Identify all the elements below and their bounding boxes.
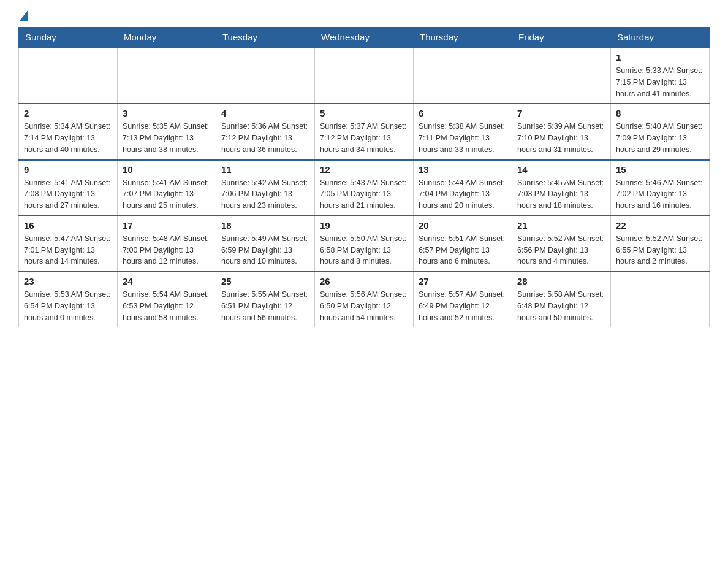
calendar-header-monday: Monday (118, 27, 216, 48)
day-info: Sunrise: 5:39 AM Sunset: 7:10 PM Dayligh… (517, 121, 605, 155)
day-info: Sunrise: 5:48 AM Sunset: 7:00 PM Dayligh… (123, 233, 211, 267)
calendar-week-row: 16Sunrise: 5:47 AM Sunset: 7:01 PM Dayli… (19, 216, 710, 272)
day-number: 17 (123, 220, 211, 231)
day-info: Sunrise: 5:56 AM Sunset: 6:50 PM Dayligh… (320, 289, 408, 323)
day-number: 15 (616, 164, 704, 175)
day-info: Sunrise: 5:38 AM Sunset: 7:11 PM Dayligh… (419, 121, 507, 155)
day-info: Sunrise: 5:52 AM Sunset: 6:56 PM Dayligh… (517, 233, 605, 267)
day-number: 14 (517, 164, 605, 175)
day-info: Sunrise: 5:58 AM Sunset: 6:48 PM Dayligh… (517, 289, 605, 323)
calendar-header-thursday: Thursday (414, 27, 512, 48)
day-info: Sunrise: 5:44 AM Sunset: 7:04 PM Dayligh… (419, 177, 507, 212)
day-info: Sunrise: 5:54 AM Sunset: 6:53 PM Dayligh… (123, 289, 211, 323)
day-number: 12 (320, 164, 408, 175)
day-info: Sunrise: 5:50 AM Sunset: 6:58 PM Dayligh… (320, 233, 408, 267)
day-number: 2 (24, 108, 112, 118)
day-info: Sunrise: 5:47 AM Sunset: 7:01 PM Dayligh… (24, 233, 112, 267)
calendar-cell: 28Sunrise: 5:58 AM Sunset: 6:48 PM Dayli… (512, 272, 611, 327)
calendar-cell: 7Sunrise: 5:39 AM Sunset: 7:10 PM Daylig… (512, 104, 611, 159)
day-info: Sunrise: 5:52 AM Sunset: 6:55 PM Dayligh… (616, 233, 704, 267)
day-number: 23 (24, 276, 112, 286)
day-number: 11 (221, 164, 309, 175)
calendar-cell: 25Sunrise: 5:55 AM Sunset: 6:51 PM Dayli… (216, 272, 315, 327)
day-number: 20 (419, 220, 507, 231)
day-number: 26 (320, 276, 408, 286)
calendar-cell: 13Sunrise: 5:44 AM Sunset: 7:04 PM Dayli… (414, 160, 512, 216)
day-number: 10 (123, 164, 211, 175)
calendar-cell: 1Sunrise: 5:33 AM Sunset: 7:15 PM Daylig… (611, 48, 710, 104)
calendar-week-row: 1Sunrise: 5:33 AM Sunset: 7:15 PM Daylig… (19, 48, 710, 104)
calendar-cell (414, 48, 512, 104)
day-number: 7 (517, 108, 605, 118)
day-number: 19 (320, 220, 408, 231)
day-info: Sunrise: 5:41 AM Sunset: 7:07 PM Dayligh… (123, 177, 211, 212)
day-number: 27 (419, 276, 507, 286)
calendar-header-sunday: Sunday (19, 27, 118, 48)
day-info: Sunrise: 5:36 AM Sunset: 7:12 PM Dayligh… (221, 121, 309, 155)
day-number: 8 (616, 108, 704, 118)
calendar-cell: 9Sunrise: 5:41 AM Sunset: 7:08 PM Daylig… (19, 160, 118, 216)
calendar-cell (315, 48, 414, 104)
calendar-cell: 18Sunrise: 5:49 AM Sunset: 6:59 PM Dayli… (216, 216, 315, 272)
calendar-cell: 17Sunrise: 5:48 AM Sunset: 7:00 PM Dayli… (118, 216, 216, 272)
calendar-cell: 27Sunrise: 5:57 AM Sunset: 6:49 PM Dayli… (414, 272, 512, 327)
calendar-cell (216, 48, 315, 104)
calendar-header-tuesday: Tuesday (216, 27, 315, 48)
day-number: 16 (24, 220, 112, 231)
calendar-cell: 22Sunrise: 5:52 AM Sunset: 6:55 PM Dayli… (611, 216, 710, 272)
logo-triangle-icon (20, 10, 28, 21)
day-number: 28 (517, 276, 605, 286)
day-info: Sunrise: 5:51 AM Sunset: 6:57 PM Dayligh… (419, 233, 507, 267)
day-info: Sunrise: 5:37 AM Sunset: 7:12 PM Dayligh… (320, 121, 408, 155)
calendar-week-row: 2Sunrise: 5:34 AM Sunset: 7:14 PM Daylig… (19, 104, 710, 159)
logo (18, 12, 28, 21)
day-number: 5 (320, 108, 408, 118)
calendar-cell: 16Sunrise: 5:47 AM Sunset: 7:01 PM Dayli… (19, 216, 118, 272)
day-info: Sunrise: 5:57 AM Sunset: 6:49 PM Dayligh… (419, 289, 507, 323)
day-info: Sunrise: 5:49 AM Sunset: 6:59 PM Dayligh… (221, 233, 309, 267)
calendar-cell: 19Sunrise: 5:50 AM Sunset: 6:58 PM Dayli… (315, 216, 414, 272)
day-number: 3 (123, 108, 211, 118)
day-number: 22 (616, 220, 704, 231)
calendar-cell: 12Sunrise: 5:43 AM Sunset: 7:05 PM Dayli… (315, 160, 414, 216)
day-info: Sunrise: 5:41 AM Sunset: 7:08 PM Dayligh… (24, 177, 112, 212)
calendar-week-row: 9Sunrise: 5:41 AM Sunset: 7:08 PM Daylig… (19, 160, 710, 216)
calendar-cell (118, 48, 216, 104)
calendar-cell: 21Sunrise: 5:52 AM Sunset: 6:56 PM Dayli… (512, 216, 611, 272)
calendar-cell: 10Sunrise: 5:41 AM Sunset: 7:07 PM Dayli… (118, 160, 216, 216)
day-info: Sunrise: 5:42 AM Sunset: 7:06 PM Dayligh… (221, 177, 309, 212)
calendar-cell: 24Sunrise: 5:54 AM Sunset: 6:53 PM Dayli… (118, 272, 216, 327)
calendar-cell: 4Sunrise: 5:36 AM Sunset: 7:12 PM Daylig… (216, 104, 315, 159)
calendar-cell: 23Sunrise: 5:53 AM Sunset: 6:54 PM Dayli… (19, 272, 118, 327)
day-info: Sunrise: 5:43 AM Sunset: 7:05 PM Dayligh… (320, 177, 408, 212)
calendar-cell: 6Sunrise: 5:38 AM Sunset: 7:11 PM Daylig… (414, 104, 512, 159)
day-number: 25 (221, 276, 309, 286)
calendar-header-friday: Friday (512, 27, 611, 48)
day-info: Sunrise: 5:46 AM Sunset: 7:02 PM Dayligh… (616, 177, 704, 212)
calendar-cell: 2Sunrise: 5:34 AM Sunset: 7:14 PM Daylig… (19, 104, 118, 159)
calendar-week-row: 23Sunrise: 5:53 AM Sunset: 6:54 PM Dayli… (19, 272, 710, 327)
page-header (18, 12, 710, 21)
day-info: Sunrise: 5:53 AM Sunset: 6:54 PM Dayligh… (24, 289, 112, 323)
calendar-cell: 11Sunrise: 5:42 AM Sunset: 7:06 PM Dayli… (216, 160, 315, 216)
calendar-cell: 26Sunrise: 5:56 AM Sunset: 6:50 PM Dayli… (315, 272, 414, 327)
calendar-cell (19, 48, 118, 104)
calendar-cell: 14Sunrise: 5:45 AM Sunset: 7:03 PM Dayli… (512, 160, 611, 216)
day-info: Sunrise: 5:45 AM Sunset: 7:03 PM Dayligh… (517, 177, 605, 212)
calendar-cell: 8Sunrise: 5:40 AM Sunset: 7:09 PM Daylig… (611, 104, 710, 159)
calendar-header-saturday: Saturday (611, 27, 710, 48)
calendar-cell (512, 48, 611, 104)
calendar-header-wednesday: Wednesday (315, 27, 414, 48)
calendar-cell: 3Sunrise: 5:35 AM Sunset: 7:13 PM Daylig… (118, 104, 216, 159)
day-number: 9 (24, 164, 112, 175)
day-number: 13 (419, 164, 507, 175)
calendar-header-row: SundayMondayTuesdayWednesdayThursdayFrid… (19, 27, 710, 48)
calendar-table: SundayMondayTuesdayWednesdayThursdayFrid… (18, 27, 710, 327)
day-info: Sunrise: 5:35 AM Sunset: 7:13 PM Dayligh… (123, 121, 211, 155)
calendar-cell: 15Sunrise: 5:46 AM Sunset: 7:02 PM Dayli… (611, 160, 710, 216)
day-number: 24 (123, 276, 211, 286)
calendar-cell (611, 272, 710, 327)
calendar-cell: 20Sunrise: 5:51 AM Sunset: 6:57 PM Dayli… (414, 216, 512, 272)
day-info: Sunrise: 5:55 AM Sunset: 6:51 PM Dayligh… (221, 289, 309, 323)
day-info: Sunrise: 5:34 AM Sunset: 7:14 PM Dayligh… (24, 121, 112, 155)
